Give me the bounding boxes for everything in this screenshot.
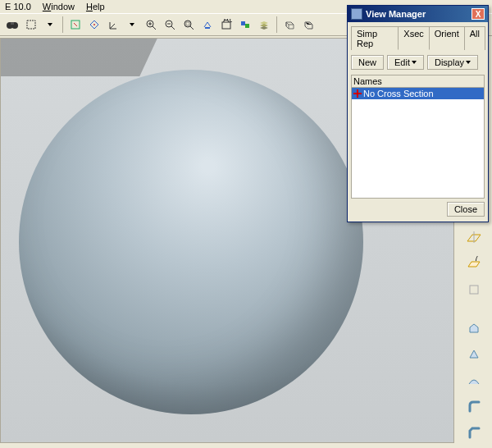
- datum-plane-icon[interactable]: 7: [464, 253, 484, 274]
- svg-rect-3: [27, 21, 35, 29]
- svg-text:7: 7: [474, 256, 479, 263]
- viewport-shadow: [0, 39, 157, 76]
- feature-round-icon[interactable]: [464, 395, 484, 417]
- svg-rect-14: [245, 24, 249, 28]
- layers-icon[interactable]: [255, 16, 273, 34]
- select-box-icon[interactable]: [22, 16, 40, 34]
- no-xsection-icon: [353, 89, 362, 98]
- display-wireframe-icon[interactable]: [280, 16, 298, 34]
- zoom-in-icon[interactable]: [142, 16, 160, 34]
- display-hidden-icon[interactable]: [299, 16, 317, 34]
- app-version-label: E 10.0: [5, 2, 31, 11]
- feature-extrude-icon[interactable]: [464, 317, 484, 338]
- svg-point-8: [184, 21, 191, 27]
- datum-planes-icon[interactable]: [464, 226, 484, 248]
- menu-help[interactable]: Help: [86, 2, 105, 11]
- dialog-title: View Manager: [366, 9, 472, 19]
- tab-simprep[interactable]: Simp Rep: [351, 26, 399, 50]
- svg-rect-9: [186, 22, 189, 25]
- view-manager-icon[interactable]: [236, 16, 254, 34]
- list-item[interactable]: No Cross Section: [352, 88, 484, 99]
- svg-text:AB: AB: [223, 19, 232, 24]
- dialog-titlebar[interactable]: View Manager X: [348, 6, 488, 22]
- svg-rect-2: [11, 22, 14, 25]
- zoom-fit-icon[interactable]: [180, 16, 198, 34]
- tab-xsec[interactable]: Xsec: [398, 26, 429, 50]
- menu-window[interactable]: Window: [43, 2, 75, 11]
- feature-sweep-icon[interactable]: [464, 369, 484, 391]
- feature-revolve-icon[interactable]: [464, 343, 484, 364]
- svg-rect-13: [241, 21, 245, 25]
- repaint-icon[interactable]: [66, 16, 84, 34]
- svg-rect-10: [205, 27, 210, 29]
- feature-chamfer-icon[interactable]: [464, 422, 484, 443]
- sphere-model: [19, 70, 363, 414]
- csys-icon[interactable]: [464, 279, 484, 300]
- tab-all[interactable]: All: [464, 26, 485, 50]
- refit-icon[interactable]: AB: [217, 16, 235, 34]
- chevron-down-icon: [466, 61, 471, 64]
- reorient-icon[interactable]: [198, 16, 216, 34]
- svg-point-5: [93, 24, 95, 25]
- new-button[interactable]: New: [351, 55, 384, 70]
- dialog-icon: [351, 8, 362, 20]
- orient-icon[interactable]: [104, 16, 122, 34]
- edit-button[interactable]: Edit: [387, 55, 424, 70]
- chevron-down-icon: [412, 61, 417, 64]
- tab-strip: Simp Rep Xsec Orient All: [351, 25, 485, 50]
- view-manager-dialog: View Manager X Simp Rep Xsec Orient All …: [347, 5, 489, 222]
- list-item-label: No Cross Section: [363, 89, 434, 98]
- svg-rect-16: [470, 286, 478, 294]
- dropdown-arrow-icon[interactable]: [41, 16, 59, 34]
- zoom-out-icon[interactable]: [161, 16, 179, 34]
- close-button[interactable]: Close: [447, 202, 485, 217]
- binoculars-icon[interactable]: [3, 16, 21, 34]
- spin-center-icon[interactable]: [85, 16, 103, 34]
- list-header: Names: [351, 75, 485, 87]
- display-button[interactable]: Display: [427, 55, 478, 70]
- names-listbox[interactable]: No Cross Section: [351, 87, 485, 199]
- dropdown-arrow-icon[interactable]: [123, 16, 141, 34]
- tab-orient[interactable]: Orient: [429, 26, 465, 50]
- right-toolbar: 7: [458, 226, 490, 443]
- close-icon[interactable]: X: [472, 8, 485, 20]
